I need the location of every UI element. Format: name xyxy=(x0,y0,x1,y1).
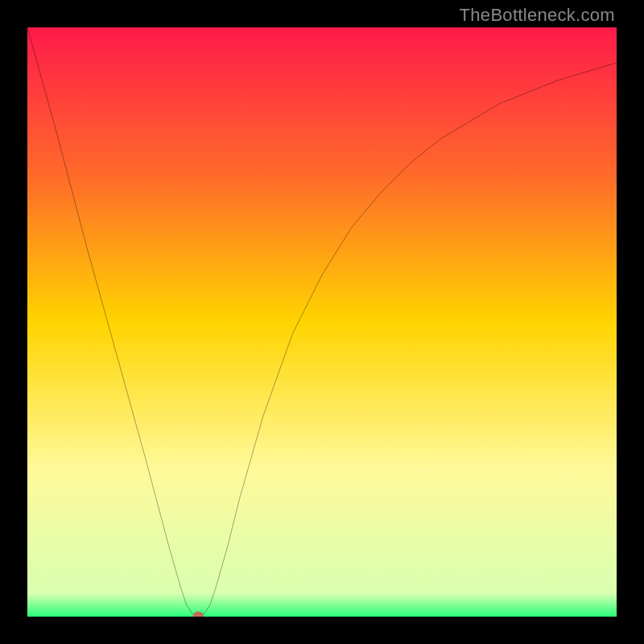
gradient-background xyxy=(27,27,617,617)
svg-rect-0 xyxy=(27,27,617,617)
chart-container: TheBottleneck.com xyxy=(0,0,644,644)
plot-area xyxy=(27,27,617,617)
watermark-text: TheBottleneck.com xyxy=(460,5,615,26)
